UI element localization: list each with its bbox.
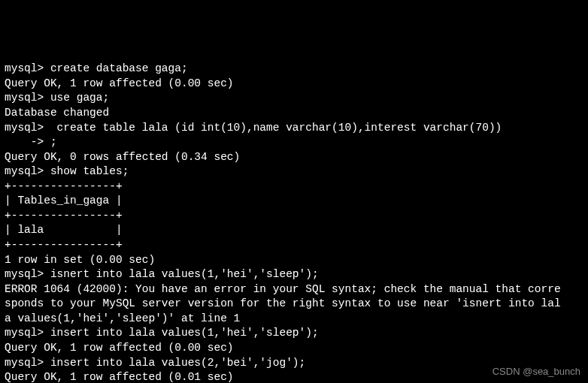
terminal-line: mysql> use gaga; <box>5 91 583 106</box>
terminal-line: Query OK, 1 row affected (0.00 sec) <box>5 77 583 92</box>
terminal-line: Database changed <box>5 106 583 121</box>
terminal-line: mysql> create database gaga; <box>5 62 583 77</box>
terminal-line: Query OK, 0 rows affected (0.34 sec) <box>5 150 583 165</box>
terminal-line: 1 row in set (0.00 sec) <box>5 253 583 268</box>
terminal-line: mysql> create table lala (id int(10),nam… <box>5 121 583 136</box>
terminal-line: mysql> insert into lala values(1,'hei','… <box>5 326 583 341</box>
terminal-line: a values(1,'hei','sleep')' at line 1 <box>5 312 583 327</box>
terminal-line: -> ; <box>5 135 583 150</box>
terminal-line: | Tables_in_gaga | <box>5 194 583 209</box>
terminal-line: +----------------+ <box>5 179 583 195</box>
terminal-line: | lala | <box>5 223 583 238</box>
terminal-output[interactable]: mysql> create database gaga;Query OK, 1 … <box>5 62 583 383</box>
terminal-line: ERROR 1064 (42000): You have an error in… <box>5 282 583 297</box>
watermark-text: CSDN @sea_bunch <box>493 365 580 378</box>
terminal-line: Query OK, 1 row affected (0.00 sec) <box>5 341 583 356</box>
terminal-line: sponds to your MySQL server version for … <box>5 297 583 312</box>
terminal-line: mysql> show tables; <box>5 164 583 179</box>
terminal-line: +----------------+ <box>5 238 583 253</box>
terminal-line: mysql> isnert into lala values(1,'hei','… <box>5 267 583 282</box>
terminal-line: +----------------+ <box>5 209 583 224</box>
